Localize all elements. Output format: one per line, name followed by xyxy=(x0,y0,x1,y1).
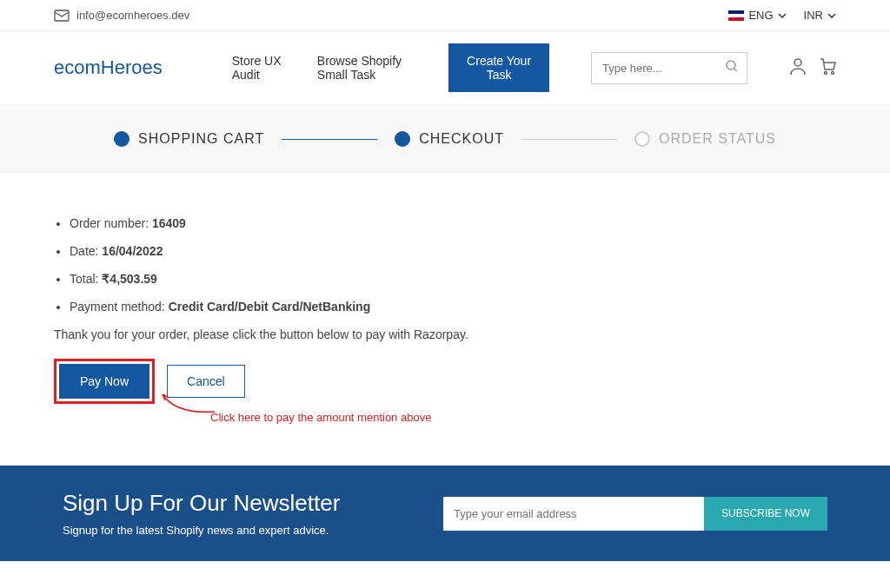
flag-icon xyxy=(728,10,744,21)
order-date-row: Date: 16/04/2022 xyxy=(70,244,836,258)
order-summary: Order number: 16409 Date: 16/04/2022 Tot… xyxy=(54,216,836,314)
main-nav: Store UX Audit Browse Shopify Small Task xyxy=(232,54,422,82)
svg-point-1 xyxy=(727,61,735,69)
newsletter-subtitle: Signup for the latest Shopify news and e… xyxy=(63,524,340,537)
order-payment-method: Credit Card/Debit Card/NetBanking xyxy=(169,300,371,314)
step-connector xyxy=(521,139,617,140)
currency-selector[interactable]: INR xyxy=(804,9,836,22)
newsletter-email-input[interactable] xyxy=(443,497,704,531)
email-text: info@ecomheroes.dev xyxy=(76,9,189,22)
currency-label: INR xyxy=(804,9,823,22)
user-icon[interactable] xyxy=(789,57,807,78)
step-label: SHOPPING CART xyxy=(138,131,264,147)
pay-now-button[interactable]: Pay Now xyxy=(59,364,149,399)
svg-point-3 xyxy=(825,72,827,75)
annotation-callout: Click here to pay the amount mention abo… xyxy=(210,411,836,424)
search-wrap xyxy=(591,52,747,84)
svg-point-4 xyxy=(832,72,834,75)
chevron-down-icon xyxy=(827,13,836,18)
order-total: 4,503.59 xyxy=(110,272,157,286)
create-task-button[interactable]: Create Your Task xyxy=(448,43,549,92)
thank-you-message: Thank you for your order, please click t… xyxy=(54,327,836,341)
step-label: ORDER STATUS xyxy=(659,131,776,147)
search-icon[interactable] xyxy=(725,59,739,76)
cart-icon[interactable] xyxy=(819,57,836,78)
subscribe-button[interactable]: SUBSCRIBE NOW xyxy=(704,497,827,531)
email-link[interactable]: info@ecomheroes.dev xyxy=(54,9,189,22)
chevron-down-icon xyxy=(778,13,787,18)
annotation-text: Click here to pay the amount mention abo… xyxy=(210,411,431,424)
order-payment-row: Payment method: Credit Card/Debit Card/N… xyxy=(70,300,836,314)
envelope-icon xyxy=(54,10,70,22)
logo-part1: ecom xyxy=(54,56,101,78)
step-dot-icon xyxy=(634,131,650,147)
step-connector xyxy=(282,139,377,140)
step-cart: SHOPPING CART xyxy=(114,131,264,147)
order-date: 16/04/2022 xyxy=(102,244,163,258)
order-number-row: Order number: 16409 xyxy=(70,216,836,230)
nav-audit[interactable]: Store UX Audit xyxy=(232,54,289,82)
nav-browse[interactable]: Browse Shopify Small Task xyxy=(317,54,422,82)
step-checkout: CHECKOUT xyxy=(395,131,504,147)
step-status: ORDER STATUS xyxy=(634,131,776,147)
step-label: CHECKOUT xyxy=(419,131,504,147)
language-label: ENG xyxy=(748,9,773,22)
paynow-highlight-box: Pay Now xyxy=(54,359,155,404)
order-number: 16409 xyxy=(152,216,186,230)
search-input[interactable] xyxy=(591,52,747,84)
language-selector[interactable]: ENG xyxy=(728,9,786,22)
step-dot-icon xyxy=(114,131,130,147)
logo[interactable]: ecomHeroes xyxy=(54,56,163,79)
step-dot-icon xyxy=(395,131,410,147)
order-total-row: Total: 4,503.59 xyxy=(70,272,836,286)
checkout-steps: SHOPPING CART CHECKOUT ORDER STATUS xyxy=(0,131,890,147)
annotation-arrow-icon xyxy=(158,390,219,416)
rupee-icon xyxy=(102,272,110,286)
logo-part2: Heroes xyxy=(101,56,163,78)
svg-point-2 xyxy=(794,59,801,66)
svg-rect-0 xyxy=(55,10,69,21)
newsletter-title: Sign Up For Our Newsletter xyxy=(63,490,340,517)
